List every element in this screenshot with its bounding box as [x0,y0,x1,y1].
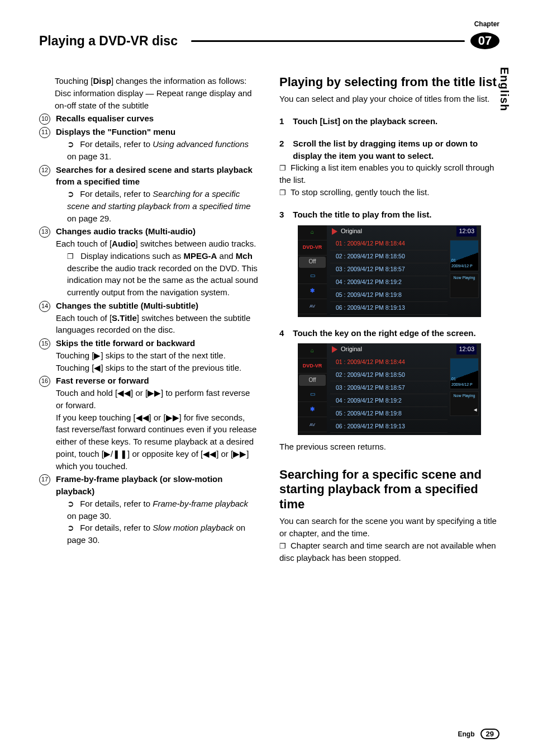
t: 01 [451,376,456,382]
paragraph: You can search for the scene you want by… [279,515,499,540]
list-item[interactable]: 02 : 2009/4/12 PM 8:18:50 [330,251,448,263]
home-icon[interactable]: ⌂ [298,343,327,358]
list-item: 16 Fast reverse or forward Touch and hol… [39,375,259,472]
right-column: Playing by selecting from the title list… [279,75,499,564]
section-title: Playing a DVD-VR disc [39,34,183,49]
item-title: Frame-by-frame playback (or slow-motion … [56,474,222,496]
t: Slow motion playback [153,523,234,532]
t: Mch [236,251,253,261]
screenshot-title-list-close: ⌂ DVD-VR Off ▭ ✱ AV Original 12:03 01 : … [298,343,481,435]
off-button[interactable]: Off [299,257,326,268]
list-item[interactable]: 06 : 2009/4/12 PM 8:19:13 [330,302,448,315]
ss-list[interactable]: 01 : 2009/4/12 PM 8:18:44 02 : 2009/4/12… [330,356,448,433]
source-label: DVD-VR [298,358,327,374]
list-item[interactable]: 01 : 2009/4/12 PM 8:18:44 [330,238,448,251]
screenshot-title-list: ⌂ DVD-VR Off ▭ ✱ AV Original 12:03 01 : … [298,225,481,317]
ss-list[interactable]: 01 : 2009/4/12 PM 8:18:44 02 : 2009/4/12… [330,238,448,315]
header-rule [191,40,465,42]
detail-link: For details, refer to Slow motion playba… [67,522,259,546]
t: Touching [ [55,76,93,86]
list-item[interactable]: 02 : 2009/4/12 PM 8:18:50 [330,368,448,381]
ss-header: Original 12:03 [327,343,481,356]
t: describe the audio track recorded on the… [67,263,258,297]
list-item[interactable]: 01 : 2009/4/12 PM 8:18:44 [330,356,448,368]
t: For details, refer to [80,499,153,508]
item-title: Displays the "Function" menu [56,127,175,136]
step-3: 3Touch the title to play from the list. [279,209,499,221]
list-item: 13 Changes audio tracks (Multi-audio) Ea… [39,225,259,299]
item-title: Changes audio tracks (Multi-audio) [56,226,196,236]
bluetooth-icon[interactable]: ✱ [298,402,327,417]
t: Disp [93,76,111,86]
list-item[interactable]: 05 : 2009/4/12 PM 8:19:8 [330,289,448,302]
t: Original [341,345,362,354]
t: Touching [▶] skips to the start of the n… [56,351,241,372]
t: ] changes the information as follows: [111,76,247,86]
list-item[interactable]: 04 : 2009/4/12 PM 8:19:2 [330,276,448,289]
circled-number-icon: 14 [39,301,50,312]
list-item[interactable]: 03 : 2009/4/12 PM 8:18:57 [330,381,448,394]
t: Using advanced functions [153,139,249,149]
footer: Engb 29 [458,729,499,739]
item-title: Recalls equaliser curves [56,114,154,123]
list-item[interactable]: 03 : 2009/4/12 PM 8:18:57 [330,263,448,276]
ss-sidebar: ⌂ DVD-VR Off ▭ ✱ AV [298,343,327,435]
left-column: Touching [Disp] changes the information … [39,75,259,564]
detail-link: For details, refer to Frame-by-frame pla… [67,498,259,522]
note-bullet: Flicking a list item enables you to quic… [279,162,499,186]
paragraph: You can select and play your choice of t… [279,93,499,105]
circled-number-icon: 11 [39,127,50,138]
list-item: 10 Recalls equaliser curves [39,112,259,125]
t: Frame-by-frame playback [153,499,248,508]
list-item[interactable]: 04 : 2009/4/12 PM 8:19:2 [330,394,448,407]
t: 2009/4/12 P [451,263,473,269]
list-item: 12 Searches for a desired scene and star… [39,164,259,225]
circled-number-icon: 15 [39,338,50,349]
ss-header: Original 12:03 [327,225,481,238]
ss-right-panel: 01 2009/4/12 P Now Playing [450,358,479,416]
list-item[interactable]: 05 : 2009/4/12 PM 8:19:8 [330,407,448,420]
t: Each touch of [ [56,313,112,323]
list-item[interactable]: 06 : 2009/4/12 PM 8:19:13 [330,420,448,433]
breadcrumb[interactable]: Original [331,345,362,354]
step-number: 4 [279,327,284,339]
page-number: 29 [480,729,499,739]
thumbnail[interactable]: 01 2009/4/12 P [450,358,479,389]
ss-sidebar: ⌂ DVD-VR Off ▭ ✱ AV [298,225,327,317]
intro-text: Touching [Disp] changes the information … [55,75,259,87]
play-arrow-icon [332,228,337,235]
ipod-icon[interactable]: ▭ [298,269,327,284]
t: 01 [451,258,456,263]
header: Playing a DVD-VR disc 07 [39,32,499,49]
step-text: Touch [List] on the playback screen. [293,115,437,127]
ss-right-panel: 01 2009/4/12 P Now Playing [450,240,479,298]
breadcrumb[interactable]: Original [331,227,362,236]
off-button[interactable]: Off [299,375,326,386]
t: Each touch of [ [56,239,112,248]
t: If you keep touching [◀◀] or [▶▶] for fi… [56,413,256,471]
source-label: DVD-VR [298,240,327,256]
step-text: Touch the title to play from the list. [293,209,431,221]
t: 2009/4/12 P [451,382,473,388]
language-tab: English [498,67,511,111]
av-icon[interactable]: AV [298,417,327,432]
step-number: 3 [279,209,284,221]
av-icon[interactable]: AV [298,299,327,314]
item-title: Skips the title forward or backward [56,338,195,348]
heading-title-list: Playing by selecting from the title list [279,75,499,89]
t: For details, refer to [80,139,153,149]
paragraph: The previous screen returns. [279,441,499,453]
bluetooth-icon[interactable]: ✱ [298,284,327,299]
t: Audio [112,239,136,248]
note-bullet: Chapter search and time search are not a… [279,540,499,564]
thumbnail[interactable]: 01 2009/4/12 P [450,240,479,271]
home-icon[interactable]: ⌂ [298,225,327,240]
ipod-icon[interactable]: ▭ [298,387,327,402]
note-bullet: To stop scrolling, gently touch the list… [279,186,499,199]
close-panel-button[interactable]: Now Playing [450,391,479,416]
circled-number-icon: 17 [39,474,50,485]
now-playing-tile[interactable]: Now Playing [450,273,479,298]
t: on page 30. [67,511,111,521]
t: on page 31. [67,152,111,161]
step-2: 2Scroll the list by dragging items up or… [279,138,499,199]
